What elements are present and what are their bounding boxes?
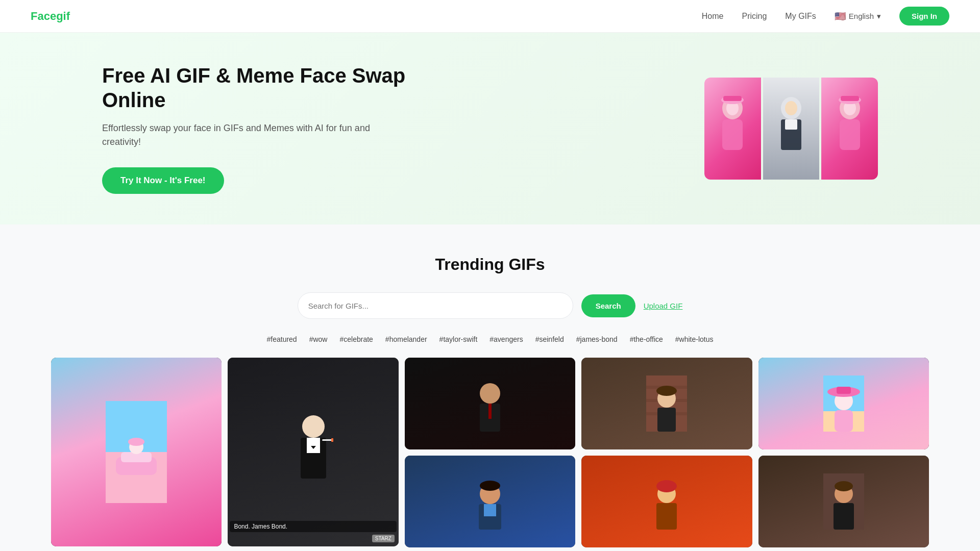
gif-card-3[interactable]	[405, 358, 575, 449]
nav-my-gifs[interactable]: My GIFs	[785, 12, 816, 21]
gif-visual-6	[470, 473, 510, 530]
trending-section: Trending GIFs Search Upload GIF #feature…	[0, 224, 980, 551]
gif-caption-2: Bond. James Bond.	[230, 521, 396, 532]
gif-grid: Bond. James Bond. STARZ	[51, 358, 929, 551]
svg-rect-47	[656, 503, 677, 530]
svg-rect-51	[834, 503, 854, 530]
svg-rect-1	[722, 119, 743, 150]
svg-point-35	[656, 386, 677, 396]
gif-visual-3	[470, 375, 510, 432]
hero-collage-grid	[704, 78, 878, 180]
svg-rect-34	[657, 408, 676, 432]
search-button[interactable]: Search	[581, 294, 635, 317]
nav-pricing[interactable]: Pricing	[742, 12, 767, 21]
gif-card-4[interactable]	[581, 358, 752, 449]
svg-rect-28	[488, 404, 492, 419]
svg-point-7	[785, 101, 797, 115]
trending-title: Trending GIFs	[51, 255, 929, 274]
collage-cell-center	[763, 78, 820, 180]
svg-rect-40	[837, 387, 851, 394]
hero-section: Free AI GIF & Meme Face Swap Online Effo…	[0, 33, 980, 224]
tag-featured[interactable]: #featured	[267, 335, 297, 343]
starz-badge: STARZ	[372, 535, 395, 542]
svg-rect-13	[841, 96, 859, 101]
nav-home[interactable]: Home	[702, 12, 724, 21]
gif-card-7[interactable]	[581, 456, 752, 547]
logo[interactable]: Facegif	[31, 10, 70, 23]
gif-visual-1	[106, 401, 167, 503]
tag-seinfeld[interactable]: #seinfeld	[535, 335, 564, 343]
svg-point-45	[480, 481, 500, 491]
upload-gif-link[interactable]: Upload GIF	[644, 302, 683, 310]
gif-visual-4	[646, 375, 687, 432]
svg-rect-44	[484, 504, 496, 516]
svg-rect-8	[785, 119, 797, 130]
hero-collage	[674, 78, 878, 180]
chevron-down-icon: ▾	[877, 12, 881, 21]
gif-card-1[interactable]	[51, 358, 222, 546]
gif-visual-5	[823, 375, 864, 432]
svg-rect-41	[835, 410, 853, 432]
svg-rect-10	[840, 119, 860, 150]
tag-celebrate[interactable]: #celebrate	[339, 335, 373, 343]
flag-icon: 🇺🇸	[835, 11, 846, 22]
svg-point-48	[656, 480, 677, 492]
navbar: Facegif Home Pricing My GIFs 🇺🇸 English …	[0, 0, 980, 33]
tag-avengers[interactable]: #avengers	[489, 335, 523, 343]
gif-card-2[interactable]: Bond. James Bond. STARZ	[228, 358, 398, 546]
svg-rect-4	[723, 96, 742, 101]
hero-cta-button[interactable]: Try It Now - It's Free!	[102, 167, 224, 194]
gif-visual-8	[823, 473, 864, 530]
search-input-container	[298, 292, 573, 319]
svg-point-26	[480, 383, 500, 404]
language-selector[interactable]: 🇺🇸 English ▾	[835, 11, 881, 22]
svg-rect-25	[331, 438, 333, 442]
hero-title: Free AI GIF & Meme Face Swap Online	[102, 63, 408, 112]
gif-visual-2	[285, 401, 341, 503]
collage-cell-right	[821, 78, 878, 180]
language-label: English	[849, 12, 874, 20]
svg-point-20	[302, 415, 325, 438]
search-input[interactable]	[308, 302, 562, 310]
nav-links: Home Pricing My GIFs 🇺🇸 English ▾ Sign I…	[702, 7, 949, 26]
tag-homelander[interactable]: #homelander	[385, 335, 427, 343]
tag-the-office[interactable]: #the-office	[630, 335, 663, 343]
signin-button[interactable]: Sign In	[899, 7, 949, 26]
gif-card-8[interactable]	[758, 456, 929, 547]
gif-card-6[interactable]	[405, 456, 575, 547]
hero-subtitle: Effortlessly swap your face in GIFs and …	[102, 121, 408, 149]
gif-visual-7	[646, 473, 687, 530]
svg-point-19	[128, 438, 144, 446]
tag-wow[interactable]: #wow	[309, 335, 328, 343]
tag-list: #featured #wow #celebrate #homelander #t…	[51, 335, 929, 343]
tag-taylor-swift[interactable]: #taylor-swift	[439, 335, 478, 343]
search-bar: Search Upload GIF	[51, 292, 929, 319]
svg-rect-22	[307, 438, 320, 453]
gif-card-5[interactable]	[758, 358, 929, 449]
tag-james-bond[interactable]: #james-bond	[576, 335, 618, 343]
svg-point-52	[835, 481, 853, 491]
tag-white-lotus[interactable]: #white-lotus	[675, 335, 714, 343]
collage-cell-left	[704, 78, 761, 180]
svg-rect-24	[322, 439, 332, 441]
hero-text: Free AI GIF & Meme Face Swap Online Effo…	[102, 63, 408, 194]
